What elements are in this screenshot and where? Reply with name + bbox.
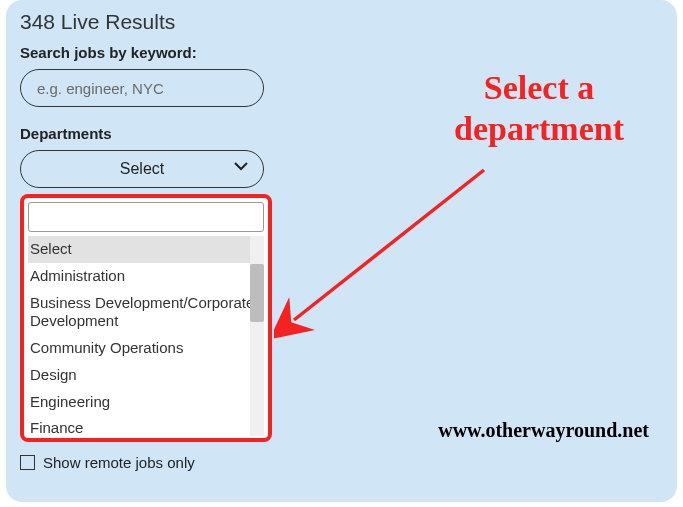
results-count: 348 Live Results [20,10,663,34]
search-input[interactable] [20,69,264,107]
dropdown-option[interactable]: Engineering [28,389,264,416]
dropdown-option[interactable]: Business Development/Corporate Developme… [28,290,264,336]
chevron-down-icon [233,158,249,178]
job-filter-panel: 348 Live Results Search jobs by keyword:… [6,0,677,502]
departments-selected-text: Select [120,160,164,178]
dropdown-option[interactable]: Community Operations [28,335,264,362]
svg-line-0 [294,170,484,320]
dropdown-scrollbar-thumb[interactable] [250,264,264,322]
departments-select[interactable]: Select [20,150,264,188]
remote-checkbox[interactable] [20,455,35,470]
annotation-callout: Select a department [414,68,664,150]
watermark-text: www.otherwayround.net [438,419,649,442]
dropdown-option[interactable]: Administration [28,263,264,290]
dropdown-scrollbar[interactable] [250,236,264,436]
dropdown-option[interactable]: Select [28,236,264,263]
dropdown-filter-input[interactable] [28,202,264,232]
dropdown-list: Select Administration Business Developme… [28,236,264,436]
remote-filter-row: Show remote jobs only [20,454,663,471]
search-label: Search jobs by keyword: [20,44,663,61]
dropdown-option[interactable]: Design [28,362,264,389]
dropdown-option[interactable]: Finance [28,415,264,436]
departments-dropdown: Select Administration Business Developme… [20,194,272,442]
remote-checkbox-label: Show remote jobs only [43,454,195,471]
annotation-arrow-icon [274,150,514,350]
